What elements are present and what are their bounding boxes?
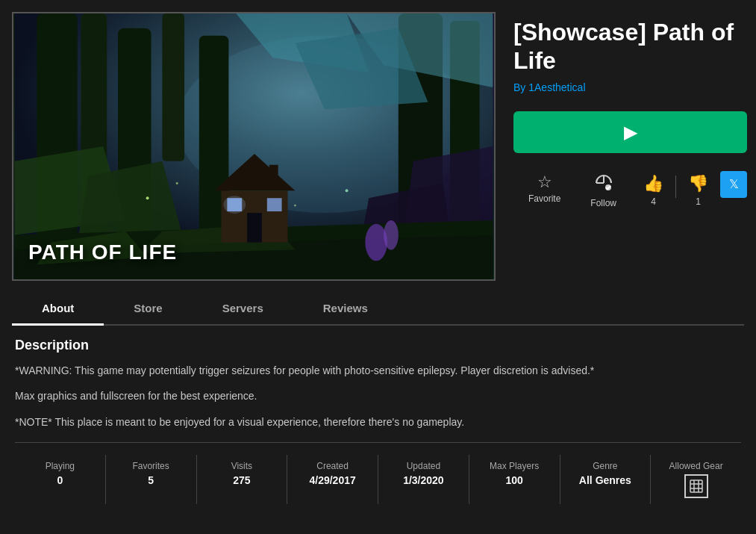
creator-prefix: By [513, 81, 525, 93]
favorite-button[interactable]: ☆ Favorite [513, 168, 575, 210]
gear-icon [684, 474, 708, 498]
description-heading: Description [15, 338, 741, 353]
play-icon: ▶ [624, 122, 637, 143]
description-para-3: *NOTE* This place is meant to be enjoyed… [15, 414, 741, 430]
vote-group: 👍 4 👎 1 [631, 168, 720, 213]
game-creator: By 1Aesthetical [513, 81, 747, 93]
description-body: *WARNING: This game may potentially trig… [15, 362, 741, 430]
thumbs-up-icon: 👍 [643, 174, 663, 193]
tab-about[interactable]: About [12, 293, 104, 326]
stat-playing-value: 0 [57, 474, 63, 486]
follow-icon [595, 174, 613, 195]
star-icon: ☆ [537, 174, 552, 190]
stat-created-value: 4/29/2017 [309, 474, 355, 486]
game-info-panel: [Showcase] Path of Life By 1Aesthetical … [513, 12, 747, 281]
description-para-2: Max graphics and fullscreen for the best… [15, 388, 741, 404]
twitter-button-container: 𝕏 [720, 168, 747, 198]
stat-favorites-value: 5 [148, 474, 154, 486]
svg-rect-24 [267, 198, 282, 211]
stat-genre-value: All Genres [579, 474, 631, 486]
follow-label: Follow [590, 198, 616, 208]
svg-point-29 [346, 189, 349, 192]
stat-genre-label: Genre [593, 461, 617, 471]
stat-visits: Visits 275 [197, 455, 288, 504]
dislike-count: 1 [696, 196, 701, 207]
game-thumbnail: PATH OF LIFE [12, 12, 496, 281]
stat-allowedgear-value [684, 474, 708, 498]
dislike-button[interactable]: 👎 1 [676, 168, 720, 213]
svg-rect-5 [162, 13, 184, 161]
svg-rect-26 [269, 165, 278, 187]
action-buttons-row: ☆ Favorite Follow [513, 168, 747, 214]
favorite-label: Favorite [528, 193, 560, 204]
twitter-button[interactable]: 𝕏 [720, 171, 747, 198]
stat-allowedgear: Allowed Gear [651, 455, 741, 504]
play-button[interactable]: ▶ [513, 111, 747, 153]
svg-point-28 [176, 182, 178, 184]
twitter-icon: 𝕏 [729, 177, 739, 191]
tab-store[interactable]: Store [104, 293, 192, 326]
main-content: PATH OF LIFE [Showcase] Path of Life By … [0, 0, 756, 516]
svg-point-30 [294, 205, 296, 207]
stat-playing-label: Playing [46, 461, 75, 471]
game-title: [Showcase] Path of Life [513, 18, 747, 75]
thumbnail-title: PATH OF LIFE [28, 240, 177, 264]
follow-button[interactable]: Follow [575, 168, 631, 214]
stat-playing: Playing 0 [15, 455, 106, 504]
description-para-1: *WARNING: This game may potentially trig… [15, 362, 741, 379]
svg-rect-22 [247, 213, 262, 243]
tabs-bar: About Store Servers Reviews [12, 293, 744, 326]
svg-point-27 [146, 196, 149, 199]
tab-servers[interactable]: Servers [193, 293, 293, 326]
creator-link[interactable]: 1Aesthetical [528, 81, 585, 93]
stat-updated-label: Updated [407, 461, 440, 471]
tab-reviews[interactable]: Reviews [293, 293, 398, 326]
stat-favorites: Favorites 5 [106, 455, 197, 504]
like-button[interactable]: 👍 4 [631, 168, 675, 213]
stat-visits-label: Visits [231, 461, 252, 471]
svg-rect-34 [690, 480, 702, 492]
about-content: Description *WARNING: This game may pote… [12, 338, 744, 504]
stat-maxplayers-value: 100 [505, 474, 522, 486]
svg-point-25 [223, 196, 246, 214]
stat-created-label: Created [316, 461, 349, 471]
top-section: PATH OF LIFE [Showcase] Path of Life By … [12, 12, 744, 281]
stat-updated: Updated 1/3/2020 [378, 455, 469, 504]
svg-point-32 [384, 220, 399, 250]
stat-visits-value: 275 [233, 474, 250, 486]
stat-maxplayers-label: Max Players [490, 461, 539, 471]
stat-updated-value: 1/3/2020 [403, 474, 444, 486]
stat-genre: Genre All Genres [560, 455, 652, 504]
stat-favorites-label: Favorites [132, 461, 169, 471]
stat-created: Created 4/29/2017 [287, 455, 378, 504]
stats-bar: Playing 0 Favorites 5 Visits 275 Created… [15, 442, 741, 504]
stat-maxplayers: Max Players 100 [469, 455, 560, 504]
like-count: 4 [651, 196, 656, 207]
thumbs-down-icon: 👎 [688, 174, 708, 193]
stat-allowedgear-label: Allowed Gear [669, 461, 723, 471]
svg-point-31 [365, 224, 387, 261]
